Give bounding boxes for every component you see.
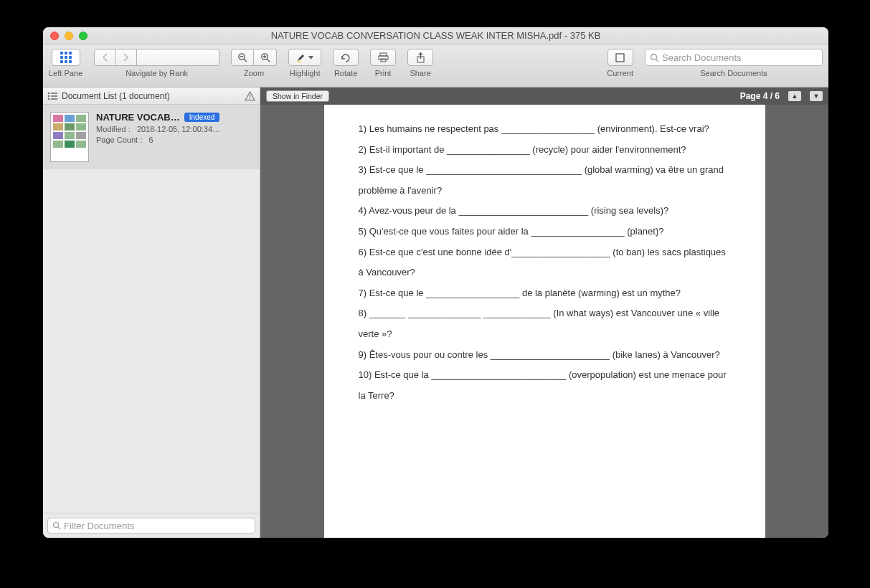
document-thumbnail (50, 112, 89, 162)
zoom-out-button[interactable] (231, 49, 254, 66)
svg-rect-8 (380, 53, 387, 56)
svg-point-18 (48, 98, 50, 100)
svg-point-14 (651, 54, 657, 60)
svg-rect-7 (297, 61, 301, 62)
minimize-button[interactable] (65, 32, 73, 40)
window-title: NATURE VOCAB CONVERSATION CLASS WEAK INT… (43, 30, 828, 41)
document-line: 8) _______ ______________ _____________ … (359, 303, 731, 344)
highlight-button[interactable] (288, 49, 321, 66)
navigate-label: Navigate by Rank (126, 69, 188, 77)
app-window: NATURE VOCAB CONVERSATION CLASS WEAK INT… (43, 27, 828, 538)
document-line: 6) Est-ce que c'est une bonne idée d'___… (359, 242, 731, 283)
page-indicator: Page 4 / 6 (740, 91, 780, 101)
document-line: 9) Êtes-vous pour ou contre les ________… (359, 345, 731, 366)
svg-point-17 (48, 95, 50, 97)
highlight-label: Highlight (290, 69, 321, 77)
rank-field[interactable] (137, 49, 219, 66)
search-input[interactable]: Search Documents (645, 49, 823, 66)
pdf-page: 1) Les humains ne respectent pas _______… (324, 105, 765, 538)
document-line: 2) Est-il important de ________________ … (359, 140, 731, 161)
rotate-label: Rotate (334, 69, 357, 77)
page-down-button[interactable]: ▼ (810, 91, 823, 101)
document-line: 4) Avez-vous peur de la ________________… (359, 201, 731, 222)
search-label: Search Documents (700, 69, 767, 77)
print-button[interactable] (370, 49, 396, 66)
sidebar-header: Document List (1 document) (43, 87, 260, 105)
svg-point-24 (54, 523, 59, 528)
indexed-badge: Indexed (184, 113, 220, 122)
modified-label: Modified : (96, 125, 131, 133)
svg-rect-13 (616, 54, 624, 62)
document-item[interactable]: NATURE VOCAB… Indexed Modified : 2018-12… (43, 105, 260, 169)
svg-line-1 (244, 59, 247, 62)
search-icon (650, 53, 659, 62)
page-viewport[interactable]: 1) Les humains ne respectent pas _______… (260, 105, 828, 538)
sidebar: Document List (1 document) NATURE VOCAB…… (43, 87, 260, 538)
page-up-button[interactable]: ▲ (788, 91, 801, 101)
sidebar-header-text: Document List (1 document) (62, 91, 170, 101)
list-icon (47, 92, 57, 100)
grid-icon (60, 52, 72, 63)
search-icon (52, 521, 61, 530)
rotate-button[interactable] (333, 49, 359, 66)
document-title: NATURE VOCAB… (96, 112, 180, 123)
svg-line-4 (267, 59, 270, 62)
current-label: Current (607, 69, 633, 77)
toolbar: Left Pane Navigate by Rank (43, 44, 828, 87)
filter-placeholder: Filter Documents (64, 521, 134, 531)
warning-icon[interactable] (245, 90, 255, 101)
zoom-in-button[interactable] (254, 49, 277, 66)
search-placeholder: Search Documents (662, 52, 742, 63)
left-pane-label: Left Pane (49, 69, 82, 77)
pagecount-value: 6 (148, 136, 153, 144)
svg-point-23 (250, 98, 251, 100)
document-line: 1) Les humains ne respectent pas _______… (359, 119, 731, 140)
main-header: Show in Finder Page 4 / 6 ▲ ▼ (260, 87, 828, 105)
nav-back-button[interactable] (94, 49, 115, 66)
print-label: Print (375, 69, 392, 77)
zoom-label: Zoom (244, 69, 264, 77)
svg-line-15 (656, 59, 659, 62)
document-line: 5) Qu'est-ce que vous faites pour aider … (359, 222, 731, 242)
titlebar[interactable]: NATURE VOCAB CONVERSATION CLASS WEAK INT… (43, 27, 828, 44)
nav-forward-button[interactable] (115, 49, 137, 66)
pagecount-label: Page Count : (96, 136, 142, 144)
document-line: 7) Est-ce que le __________________ de l… (359, 283, 731, 304)
share-button[interactable] (407, 49, 433, 66)
svg-point-16 (48, 92, 50, 94)
main-area: Show in Finder Page 4 / 6 ▲ ▼ 1) Les hum… (260, 87, 828, 538)
svg-line-25 (58, 527, 60, 529)
left-pane-toggle[interactable] (52, 49, 80, 66)
modified-value: 2018-12-05, 12:00:34… (137, 125, 220, 133)
current-button[interactable] (607, 49, 633, 66)
document-line: 3) Est-ce que le _______________________… (359, 160, 731, 201)
filter-input[interactable]: Filter Documents (47, 518, 255, 534)
document-line: 10) Est-ce que la ______________________… (359, 365, 731, 406)
close-button[interactable] (50, 32, 59, 40)
share-label: Share (410, 69, 430, 77)
show-in-finder-button[interactable]: Show in Finder (266, 90, 329, 102)
zoom-button[interactable] (79, 32, 88, 40)
